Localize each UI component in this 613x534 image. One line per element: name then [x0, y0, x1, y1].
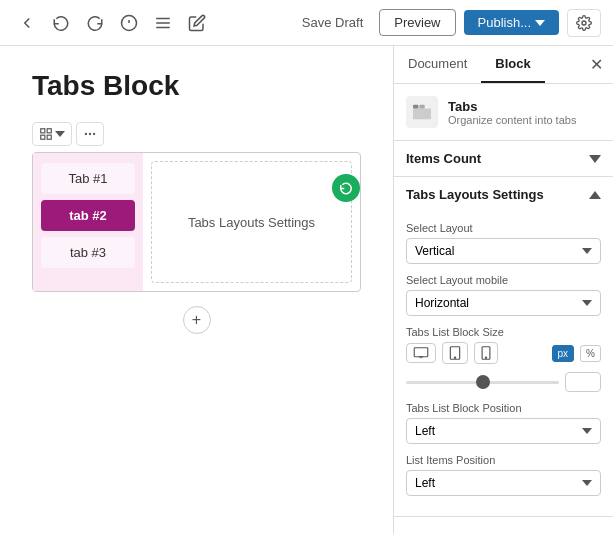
items-count-header[interactable]: Items Count	[394, 141, 613, 176]
tabs-content-placeholder: Tabs Layouts Settings	[188, 215, 315, 230]
tabs-list-block-size-group: Tabs List Block Size px %	[406, 326, 601, 392]
settings-button[interactable]	[567, 9, 601, 37]
more-options-button[interactable]	[76, 122, 104, 146]
px-unit-button[interactable]: px	[552, 345, 575, 362]
tab-item-2[interactable]: tab #2	[41, 200, 135, 231]
main-area: Tabs Block Tab #1 tab #2 tab #3 Tabs Lay…	[0, 46, 613, 534]
main-toolbar: Save Draft Preview Publish...	[0, 0, 613, 46]
select-layout-mobile-input[interactable]: Horizontal Vertical	[406, 290, 601, 316]
svg-point-21	[454, 357, 455, 358]
desktop-size-button[interactable]	[406, 343, 436, 363]
select-layout-label: Select Layout	[406, 222, 601, 234]
page-title: Tabs Block	[32, 70, 361, 102]
items-count-section: Items Count	[394, 141, 613, 177]
mobile-size-button[interactable]	[474, 342, 498, 364]
tab-item-3[interactable]: tab #3	[41, 237, 135, 268]
svg-rect-8	[47, 129, 51, 133]
svg-point-6	[582, 21, 586, 25]
tabs-layout-header[interactable]: Tabs Layouts Settings	[394, 177, 613, 212]
right-panel: Document Block ✕ Tabs Organize content i…	[393, 46, 613, 534]
tabs-block-icon	[406, 96, 438, 128]
tabs-layout-section: Tabs Layouts Settings Select Layout Vert…	[394, 177, 613, 517]
svg-rect-7	[41, 129, 45, 133]
publish-button[interactable]: Publish...	[464, 10, 559, 35]
svg-rect-16	[419, 105, 424, 109]
info-button[interactable]	[114, 8, 144, 38]
svg-point-11	[85, 133, 87, 135]
toolbar-right: Save Draft Preview Publish...	[294, 9, 601, 37]
select-layout-mobile-group: Select Layout mobile Horizontal Vertical	[406, 274, 601, 316]
items-count-label: Items Count	[406, 151, 481, 166]
percent-unit-button[interactable]: %	[580, 345, 601, 362]
size-controls-row: px %	[406, 342, 601, 364]
tabs-content: Tabs Layouts Settings	[151, 161, 352, 283]
svg-rect-14	[413, 108, 431, 119]
svg-rect-9	[47, 135, 51, 139]
tabs-layout-label: Tabs Layouts Settings	[406, 187, 544, 202]
slider-row	[406, 372, 601, 392]
save-draft-button[interactable]: Save Draft	[294, 9, 371, 36]
add-block-row: +	[32, 306, 361, 334]
preview-button[interactable]: Preview	[379, 9, 455, 36]
svg-point-13	[93, 133, 95, 135]
svg-rect-15	[413, 105, 418, 109]
select-layout-group: Select Layout Vertical Horizontal	[406, 222, 601, 264]
editor-area: Tabs Block Tab #1 tab #2 tab #3 Tabs Lay…	[0, 46, 393, 534]
svg-point-23	[485, 357, 486, 358]
panel-close-button[interactable]: ✕	[580, 47, 613, 82]
select-layout-mobile-label: Select Layout mobile	[406, 274, 601, 286]
tabs-list: Tab #1 tab #2 tab #3	[33, 153, 143, 291]
add-block-button[interactable]: +	[183, 306, 211, 334]
svg-point-12	[89, 133, 91, 135]
tabs-list-block-position-label: Tabs List Block Position	[406, 402, 601, 414]
tabs-block: Tab #1 tab #2 tab #3 Tabs Layouts Settin…	[32, 152, 361, 292]
size-slider[interactable]	[406, 381, 559, 384]
block-type-button[interactable]	[32, 122, 72, 146]
tabs-list-block-position-input[interactable]: Left Right Center	[406, 418, 601, 444]
block-info: Tabs Organize content into tabs	[394, 84, 613, 141]
tabs-list-block-position-group: Tabs List Block Position Left Right Cent…	[406, 402, 601, 444]
tabs-layout-body: Select Layout Vertical Horizontal Select…	[394, 212, 613, 516]
chevron-up-icon	[589, 191, 601, 199]
block-name: Tabs	[448, 99, 576, 114]
toolbar-left	[12, 8, 212, 38]
tab-item-1[interactable]: Tab #1	[41, 163, 135, 194]
block-info-text: Tabs Organize content into tabs	[448, 99, 576, 126]
tab-document[interactable]: Document	[394, 46, 481, 83]
chevron-down-icon	[589, 155, 601, 163]
regenerate-icon[interactable]	[332, 174, 360, 202]
block-toolbar	[32, 122, 361, 146]
block-desc: Organize content into tabs	[448, 114, 576, 126]
svg-rect-10	[41, 135, 45, 139]
list-items-position-input[interactable]: Left Right Center	[406, 470, 601, 496]
undo-button[interactable]	[46, 8, 76, 38]
tablet-size-button[interactable]	[442, 342, 468, 364]
select-layout-input[interactable]: Vertical Horizontal	[406, 238, 601, 264]
panel-header: Document Block ✕	[394, 46, 613, 84]
tab-block[interactable]: Block	[481, 46, 544, 83]
back-button[interactable]	[12, 8, 42, 38]
edit-button[interactable]	[182, 8, 212, 38]
svg-rect-17	[414, 348, 428, 357]
size-value-input[interactable]	[565, 372, 601, 392]
tabs-list-block-size-label: Tabs List Block Size	[406, 326, 601, 338]
redo-button[interactable]	[80, 8, 110, 38]
list-items-position-label: List Items Position	[406, 454, 601, 466]
list-items-position-group: List Items Position Left Right Center	[406, 454, 601, 496]
list-view-button[interactable]	[148, 8, 178, 38]
